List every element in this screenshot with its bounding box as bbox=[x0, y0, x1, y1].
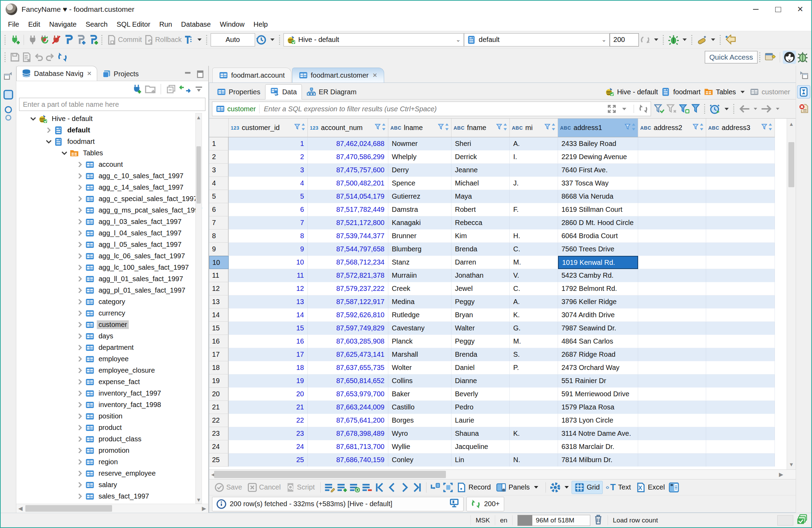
grid-cell[interactable]: 17 bbox=[229, 348, 308, 361]
first-row-icon[interactable] bbox=[373, 481, 386, 494]
grid-cell[interactable]: N. bbox=[510, 453, 558, 467]
grid-cell[interactable]: Brunner bbox=[388, 230, 451, 243]
quick-access-box[interactable]: Quick Access bbox=[705, 51, 758, 63]
grid-cell[interactable]: 87,568,712,234 bbox=[308, 256, 388, 269]
grid-cell[interactable]: 87,462,024,688 bbox=[308, 137, 388, 150]
tree-item-agg-l-05-sales-fact-1997[interactable]: agg_l_05_sales_fact_1997 bbox=[16, 239, 208, 250]
link-with-editor-icon[interactable] bbox=[178, 83, 192, 96]
menu-window[interactable]: Window bbox=[215, 19, 249, 30]
row-number-cell[interactable]: 16 bbox=[209, 335, 229, 348]
grid-cell[interactable] bbox=[706, 361, 775, 374]
grid-cell[interactable]: 25 bbox=[229, 453, 308, 467]
filter-funnel-icon[interactable] bbox=[761, 124, 767, 132]
tree-item-days[interactable]: days bbox=[16, 330, 208, 342]
grid-cell[interactable]: 1019 Kenwal Rd. bbox=[558, 256, 638, 269]
nav-forward-icon[interactable] bbox=[760, 102, 782, 115]
column-header-customer-id[interactable]: 123customer_id bbox=[229, 119, 308, 137]
grid-cell[interactable]: 4 bbox=[229, 177, 308, 190]
grid-cell[interactable]: Dianne bbox=[451, 374, 510, 388]
cancel-result-button[interactable]: Cancel bbox=[245, 481, 284, 494]
row-number-cell[interactable]: 25 bbox=[209, 453, 229, 467]
menu-sql-editor[interactable]: SQL Editor bbox=[112, 19, 155, 30]
grid-cell[interactable] bbox=[706, 427, 775, 440]
grid-cell[interactable] bbox=[706, 137, 775, 150]
filter-funnel-icon[interactable] bbox=[544, 124, 550, 132]
grid-cell[interactable] bbox=[638, 440, 706, 453]
grid-cell[interactable]: Shauna bbox=[451, 427, 510, 440]
tree-item-promotion[interactable]: promotion bbox=[16, 445, 208, 456]
grid-scroll-thumb[interactable] bbox=[788, 142, 794, 187]
grid-cell[interactable]: 337 Tosca Way bbox=[558, 177, 638, 190]
tree-item-customer[interactable]: customer bbox=[16, 319, 208, 330]
reconnect-icon[interactable] bbox=[39, 33, 50, 46]
grid-cell[interactable]: K. bbox=[510, 427, 558, 440]
grid-cell[interactable]: 8668 Via Neruda bbox=[558, 190, 638, 203]
grid-cell[interactable]: 2860 D Mt. Hood Circle bbox=[558, 216, 638, 230]
grid-cell[interactable] bbox=[638, 256, 706, 269]
grid-cell[interactable] bbox=[638, 190, 706, 203]
tree-item-agg-pl-01-sales-fact-1997[interactable]: agg_pl_01_sales_fact_1997 bbox=[16, 285, 208, 296]
tab-projects[interactable]: Projects bbox=[97, 67, 144, 81]
row-number-cell[interactable]: 24 bbox=[209, 440, 229, 453]
grid-cell[interactable]: Laurie bbox=[451, 414, 510, 427]
sort-arrows-icon[interactable] bbox=[700, 123, 704, 132]
sort-arrows-icon[interactable] bbox=[382, 123, 386, 132]
grid-cell[interactable] bbox=[706, 190, 775, 203]
grid-cell[interactable]: Jewel bbox=[451, 282, 510, 295]
row-number-cell[interactable]: 6 bbox=[209, 203, 229, 216]
select-row-icon[interactable] bbox=[442, 481, 454, 494]
grid-cell[interactable] bbox=[510, 374, 558, 388]
grid-cell[interactable]: 87,521,172,800 bbox=[308, 216, 388, 230]
tree-item-expense-fact[interactable]: expense_fact bbox=[16, 376, 208, 388]
tab-database-navigator[interactable]: Database Navig ✕ bbox=[16, 66, 97, 81]
save-filter-icon[interactable] bbox=[678, 102, 691, 115]
row-number-cell[interactable]: 18 bbox=[209, 361, 229, 374]
record-mode-button[interactable]: Record bbox=[454, 481, 493, 494]
grid-cell[interactable]: Wolter bbox=[388, 361, 451, 374]
grid-cell[interactable]: 7560 Trees Drive bbox=[558, 243, 638, 256]
grid-cell[interactable]: Gutierrez bbox=[388, 190, 451, 203]
sql-editor-icon[interactable] bbox=[62, 33, 75, 46]
sql-editor-new-icon[interactable] bbox=[75, 33, 87, 46]
menu-help[interactable]: Help bbox=[249, 19, 272, 30]
tree-horizontal-scrollbar[interactable]: ◀ ▶ bbox=[16, 504, 208, 513]
grid-cell[interactable]: 10 bbox=[229, 256, 308, 269]
grid-cell[interactable]: 87,681,713,700 bbox=[308, 440, 388, 453]
grid-cell[interactable]: 6 bbox=[229, 203, 308, 216]
restore-panel-icon[interactable] bbox=[2, 69, 15, 83]
grid-cell[interactable]: A. bbox=[510, 137, 558, 150]
grid-cell[interactable]: Daniel bbox=[451, 361, 510, 374]
tree-item-category[interactable]: category bbox=[16, 296, 208, 308]
grid-cell[interactable]: M. bbox=[510, 256, 558, 269]
grid-cell[interactable] bbox=[706, 230, 775, 243]
grid-cell[interactable]: 87,517,782,449 bbox=[308, 203, 388, 216]
collapse-all-icon[interactable] bbox=[165, 83, 177, 96]
grid-cell[interactable]: Walter bbox=[451, 322, 510, 335]
grid-cell[interactable]: Derrick bbox=[451, 150, 510, 164]
filter-funnel-icon[interactable] bbox=[294, 124, 300, 132]
grid-cell[interactable]: 87,475,757,600 bbox=[308, 164, 388, 177]
grid-cell[interactable]: 87,579,237,222 bbox=[308, 282, 388, 295]
grid-cell[interactable]: A. bbox=[510, 295, 558, 309]
grid-cell[interactable]: 3 bbox=[229, 164, 308, 177]
grid-cell[interactable] bbox=[638, 401, 706, 414]
editor-tab-foodmart-customer[interactable]: foodmart.customer✕ bbox=[292, 68, 384, 83]
column-header-account-num[interactable]: 123account_num bbox=[308, 119, 388, 137]
grid-cell[interactable] bbox=[510, 388, 558, 401]
grid-cell[interactable]: 5423 Camby Rd. bbox=[558, 269, 638, 282]
grid-cell[interactable]: Derry bbox=[388, 164, 451, 177]
rollback-button[interactable]: Rollback bbox=[143, 33, 183, 46]
tree-item-reserve-employee[interactable]: reserve_employee bbox=[16, 468, 208, 479]
grid-cell[interactable] bbox=[706, 374, 775, 388]
row-number-cell[interactable]: 4 bbox=[209, 177, 229, 190]
grid-cell[interactable]: Michael bbox=[451, 177, 510, 190]
grid-cell[interactable]: Whelply bbox=[388, 150, 451, 164]
grid-cell[interactable] bbox=[706, 388, 775, 401]
text-view-button[interactable]: ‹›TText bbox=[603, 481, 634, 494]
row-number-cell[interactable]: 2 bbox=[209, 150, 229, 164]
maximize-button[interactable] bbox=[767, 1, 789, 18]
custom-filter-icon[interactable] bbox=[691, 102, 702, 115]
grid-cell[interactable] bbox=[638, 414, 706, 427]
breadcrumb-tables[interactable]: Tables bbox=[704, 87, 746, 96]
subtab-properties[interactable]: Properties bbox=[212, 85, 265, 99]
